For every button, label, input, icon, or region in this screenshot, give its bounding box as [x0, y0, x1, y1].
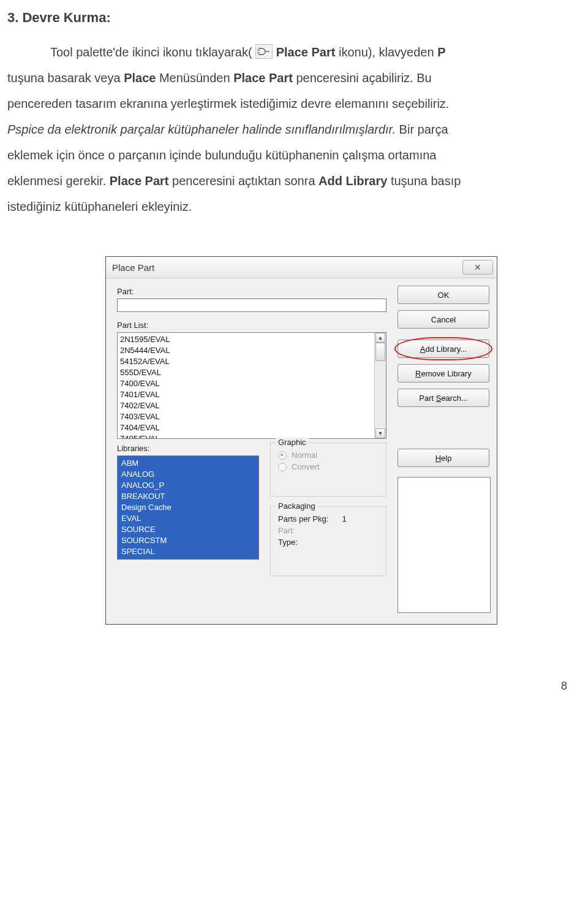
list-item[interactable]: 2N5444/EVAL	[120, 345, 386, 356]
preview-box	[398, 477, 491, 613]
libraries-list[interactable]: ABM ANALOG ANALOG_P BREAKOUT Design Cach…	[117, 455, 259, 560]
list-item[interactable]: SOURCSTM	[121, 535, 258, 546]
type-label: Type:	[278, 538, 298, 547]
part-list[interactable]: 2N1595/EVAL 2N5444/EVAL 54152A/EVAL 555D…	[117, 332, 386, 439]
list-item[interactable]: 54152A/EVAL	[120, 356, 386, 367]
part-label: Part:	[117, 287, 386, 296]
graphic-legend: Graphic	[276, 438, 309, 447]
list-item[interactable]: 7404/EVAL	[120, 422, 386, 433]
text-run: pencereden tasarım ekranına yerleştirmek…	[7, 97, 449, 110]
text-run: tuşuna basıp	[387, 174, 461, 188]
text-run: penceresini açabiliriz. Bu	[293, 71, 432, 85]
ok-button[interactable]: OK	[398, 286, 489, 304]
part-list-label: Part List:	[117, 321, 386, 330]
list-item[interactable]: BREAKOUT	[121, 491, 258, 502]
list-item[interactable]: 7403/EVAL	[120, 411, 386, 422]
place-part-icon	[255, 44, 273, 59]
dialog-title: Place Part	[112, 262, 154, 273]
list-item[interactable]: Design Cache	[121, 502, 258, 513]
place-part-dialog: Place Part ✕ Part: Part List: 2N1595/EVA…	[105, 256, 497, 625]
page-number: 8	[7, 680, 576, 693]
text-run: ikonu), klavyeden	[335, 45, 437, 59]
graphic-group: Graphic Normal Convert	[270, 443, 386, 497]
text-run: eklemek için önce o parçanın içinde bulu…	[7, 148, 436, 162]
close-button[interactable]: ✕	[462, 260, 493, 275]
scroll-thumb[interactable]	[375, 343, 385, 361]
parts-per-pkg-value: 1	[342, 514, 346, 523]
text-run: Place Part	[276, 45, 336, 59]
text-run: tuşuna basarak veya	[7, 71, 124, 85]
text-run: Add Library	[318, 174, 387, 188]
libraries-label: Libraries:	[117, 444, 258, 453]
section-heading: 3. Devre Kurma:	[7, 10, 576, 26]
list-item[interactable]: 2N1595/EVAL	[120, 334, 386, 345]
text-run: Tool palette'de ikinci ikonu tıklayarak(	[7, 45, 252, 59]
text-run: Place Part	[110, 174, 169, 188]
dialog-titlebar: Place Part ✕	[106, 257, 497, 278]
text-run: P	[437, 45, 445, 59]
text-run: istediğiniz kütüphaneleri ekleyiniz.	[7, 200, 192, 213]
list-item[interactable]: SPECIAL	[121, 546, 258, 557]
packaging-legend: Packaging	[276, 501, 318, 511]
scroll-up-icon[interactable]: ▲	[375, 333, 385, 343]
list-item[interactable]: ABM	[121, 458, 258, 469]
text-run: Pspice da elektronik parçalar kütüphanel…	[7, 123, 396, 136]
text-run: Menüsünden	[156, 71, 233, 85]
scrollbar[interactable]: ▲ ▼	[374, 333, 386, 438]
part-search-button[interactable]: Part Search...	[398, 389, 489, 407]
paragraph: Tool palette'de ikinci ikonu tıklayarak(…	[7, 39, 576, 219]
radio-normal[interactable]: Normal	[278, 451, 379, 460]
radio-icon	[278, 463, 287, 471]
list-item[interactable]: EVAL	[121, 513, 258, 524]
radio-convert[interactable]: Convert	[278, 462, 379, 471]
close-icon: ✕	[474, 262, 481, 272]
text-run: eklenmesi gerekir.	[7, 174, 110, 188]
add-library-button[interactable]: Add Library...	[398, 340, 489, 358]
list-item[interactable]: 7400/EVAL	[120, 378, 386, 389]
text-run: Bir parça	[396, 123, 448, 136]
parts-per-pkg-label: Parts per Pkg:	[278, 514, 328, 523]
list-item[interactable]: 7401/EVAL	[120, 389, 386, 400]
list-item[interactable]: ANALOG	[121, 469, 258, 480]
remove-library-button[interactable]: Remove Library	[398, 364, 489, 382]
list-item[interactable]: SOURCE	[121, 524, 258, 535]
radio-icon	[278, 451, 287, 460]
help-button[interactable]: Help	[398, 449, 489, 467]
part-input[interactable]	[117, 299, 386, 312]
list-item[interactable]: 7402/EVAL	[120, 400, 386, 411]
text-run: Place	[124, 71, 156, 85]
text-run: Place Part	[233, 71, 293, 85]
list-item[interactable]: 555D/EVAL	[120, 367, 386, 378]
list-item[interactable]: ANALOG_P	[121, 480, 258, 491]
text-run: penceresini açtıktan sonra	[168, 174, 318, 188]
list-item[interactable]: 7405/EVAL	[120, 433, 386, 439]
packaging-group: Packaging Parts per Pkg: 1 Part:	[270, 506, 386, 576]
cancel-button[interactable]: Cancel	[398, 310, 489, 329]
packaging-part-label: Part:	[278, 526, 295, 535]
scroll-down-icon[interactable]: ▼	[375, 428, 385, 438]
